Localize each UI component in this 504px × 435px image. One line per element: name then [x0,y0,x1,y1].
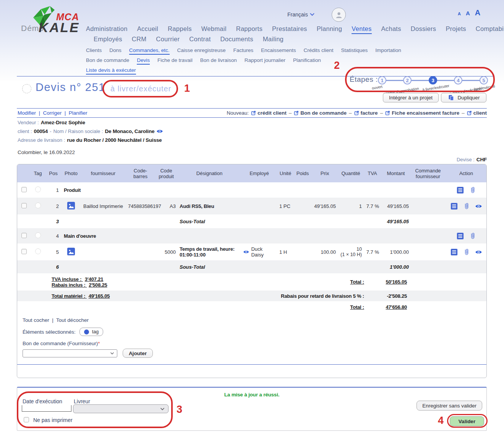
nav-item-comptabilite[interactable]: Comptabilité [476,25,504,34]
integrate-project-button[interactable]: Intégrer à un projet [383,93,439,102]
nav-item-dons[interactable]: Dons [109,47,122,55]
step-circle-1[interactable]: 1 [378,76,386,84]
nav-item-courrier[interactable]: Courrier [156,36,180,43]
livreur-select[interactable] [73,404,169,413]
nav-item-credits-client[interactable]: Crédits client [303,47,333,55]
font-size-small-button[interactable]: A [458,11,461,16]
totals-row-3: Total : 47'656.80 [17,301,487,313]
valider-label: Valider [459,419,475,424]
row-prix: 49'165.05 [312,198,338,214]
nav-item-rapport-journalier[interactable]: Rapport journalier [245,57,285,65]
nav-item-statistiques[interactable]: Statistiques [341,47,368,55]
nav-item-devis[interactable]: Devis [137,57,150,65]
nav-item-documents[interactable]: Documents [220,36,253,43]
nav-item-achats[interactable]: Achats [381,25,401,34]
row-montant: 49'165.05 [381,198,411,214]
attachment-icon[interactable] [469,232,476,240]
nav-item-crm[interactable]: CRM [132,36,146,43]
details-icon[interactable] [451,248,458,256]
tag-pill[interactable]: tag [79,328,103,336]
modifier-link[interactable]: Modifier [18,110,36,116]
place-date: Colombier, le 16.09.2022 [18,149,75,155]
avatar[interactable] [332,8,346,22]
nom-raison-sociale-label: Nom / Raison sociale : [53,128,103,134]
row-quantite: 10 [340,247,362,252]
nav-item-administration[interactable]: Administration [86,25,128,34]
nav-item-rapports[interactable]: Rapports [236,25,263,34]
row-pos: 1 [45,182,62,198]
valider-button[interactable]: Valider [450,416,484,426]
details-icon[interactable] [451,203,458,210]
corriger-link[interactable]: Corriger [43,110,62,116]
col-header-tva: TVA [364,164,381,182]
view-client-icon[interactable] [156,129,163,134]
new-fiche-encaissement-link[interactable]: Fiche encaissement facture [385,110,459,116]
nav-item-webmail[interactable]: Webmail [201,25,227,34]
font-size-large-button[interactable]: A [475,8,480,17]
fournisseur-select[interactable] [23,349,117,357]
nav-item-projets[interactable]: Projets [446,25,466,34]
attachment-icon[interactable] [463,248,470,256]
nav-row-secondary: Employés CRM Courrier Contrat Documents … [94,36,284,43]
row-checkbox[interactable] [21,249,27,254]
row-tag-radio[interactable] [35,232,41,238]
photo-icon[interactable] [67,247,75,256]
nav-item-planning[interactable]: Planning [317,25,342,34]
new-bon-commande-link[interactable]: Bon de commande [294,110,347,116]
duplicate-button[interactable]: Dupliquer [441,93,486,102]
row-tag-radio[interactable] [35,248,41,254]
row-tag-radio[interactable] [35,203,41,208]
step-circle-2[interactable]: 2 [403,76,412,84]
photo-icon[interactable] [67,201,75,210]
devise-value: CHF [476,157,487,162]
deselect-all-link[interactable]: Tout décocher [56,317,89,323]
nav-item-rappels[interactable]: Rappels [168,25,192,34]
attachment-icon[interactable] [463,202,470,210]
view-employee-icon[interactable] [243,250,249,254]
nav-item-contrat[interactable]: Contrat [189,36,211,43]
nav-item-accueil[interactable]: Accueil [137,25,158,34]
ajouter-button[interactable]: Ajouter [123,349,153,358]
row-tva: 7.7 % [364,243,381,260]
details-icon[interactable] [457,187,464,194]
nav-item-employes[interactable]: Employés [94,36,122,43]
font-size-medium-button[interactable]: A [466,10,470,16]
step-circle-4[interactable]: 4 [454,76,462,84]
nav-item-ventes[interactable]: Ventes [352,25,371,34]
details-icon[interactable] [457,232,464,240]
nav-item-bon-de-livraison[interactable]: Bon de livraison [200,57,237,65]
new-facture-link[interactable]: facture [354,110,378,116]
attachment-icon[interactable] [469,186,476,194]
nav-item-planification[interactable]: Planification [293,57,321,65]
view-icon[interactable] [475,250,482,255]
select-all-link[interactable]: Tout cocher [23,317,49,323]
new-credit-client-link[interactable]: crédit client [251,110,287,116]
planifier-link[interactable]: Planifier [69,110,88,116]
save-without-validate-button[interactable]: Enregistrer sans valider [416,401,482,411]
nav-item-fiche-de-travail[interactable]: Fiche de travail [157,57,193,65]
nav-item-commandes[interactable]: Commandes, etc. [129,47,170,55]
language-selector[interactable]: Français [287,11,314,18]
nav-item-caisse-enregistreuse[interactable]: Caisse enregistreuse [177,47,226,55]
nav-item-liste-devis-a-executer[interactable]: Liste devis à exécuter [86,67,136,75]
nav-item-prestataires[interactable]: Prestataires [272,25,307,34]
nav-item-factures[interactable]: Factures [233,47,253,55]
ne-pas-imprimer-checkbox[interactable] [24,417,29,422]
step-circle-3[interactable]: 3 [429,76,437,84]
row-tag-radio[interactable] [35,187,41,192]
row-checkbox[interactable] [21,203,27,208]
row-quantite: 1 [338,198,364,214]
row-checkbox[interactable] [21,233,27,238]
date-execution-input[interactable] [22,405,71,412]
view-icon[interactable] [475,204,482,209]
nav-item-bon-de-commande[interactable]: Bon de commande [86,57,129,65]
nav-item-clients[interactable]: Clients [86,47,102,55]
nav-item-dossiers[interactable]: Dossiers [411,25,436,34]
nav-item-mailing[interactable]: Mailing [263,36,284,43]
row-checkbox[interactable] [21,187,27,192]
new-credit-client-label: crédit client [258,110,287,116]
step-circle-5[interactable]: 5 [480,76,488,84]
new-client-link[interactable]: client [467,110,487,116]
nav-item-importation[interactable]: Importation [375,47,401,55]
nav-item-encaissements[interactable]: Encaissements [261,47,296,55]
